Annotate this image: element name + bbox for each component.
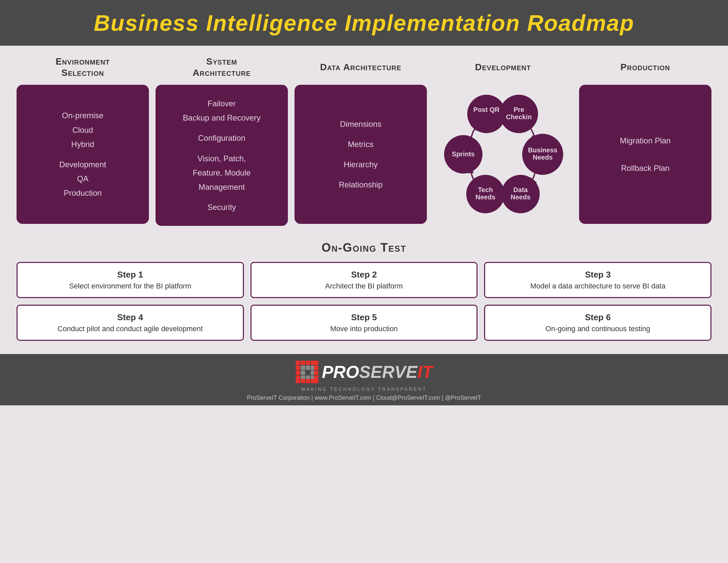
env-item-2: DevelopmentQAProduction bbox=[26, 157, 139, 200]
sys-item-1: FailoverBackup and Recovery bbox=[165, 96, 278, 125]
step-box-1: Step 1 Select environment for the BI pla… bbox=[17, 262, 244, 298]
step-1-desc: Select environment for the BI platform bbox=[26, 282, 235, 291]
ongoing-title: On-Going Test bbox=[17, 241, 711, 255]
card-prod: Migration Plan Rollback Plan bbox=[579, 85, 711, 224]
column-env-selection: EnvironmentSelection On-premiseCloudHybr… bbox=[17, 56, 149, 224]
step-box-4: Step 4 Conduct pilot and conduct agile d… bbox=[17, 305, 244, 341]
column-data-arch: Data Architecture Dimensions Metrics Hie… bbox=[295, 56, 427, 224]
dev-diagram: Pre Checkin Business Needs Data Needs Te… bbox=[433, 85, 572, 224]
step-2-desc: Architect the BI platform bbox=[260, 282, 469, 291]
svg-rect-41 bbox=[314, 379, 318, 383]
page-title: Business Intelligence Implementation Roa… bbox=[7, 10, 721, 36]
svg-text:Needs: Needs bbox=[476, 193, 495, 201]
step-6-title: Step 6 bbox=[493, 312, 702, 323]
svg-rect-37 bbox=[296, 379, 300, 383]
card-env: On-premiseCloudHybrid DevelopmentQAProdu… bbox=[17, 85, 149, 224]
step-2-title: Step 2 bbox=[260, 269, 469, 280]
step-box-3: Step 3 Model a data architecture to serv… bbox=[484, 262, 711, 298]
ongoing-section: On-Going Test Step 1 Select environment … bbox=[0, 241, 728, 354]
step-1-title: Step 1 bbox=[26, 269, 235, 280]
svg-rect-19 bbox=[306, 361, 310, 365]
header: Business Intelligence Implementation Roa… bbox=[0, 0, 728, 46]
footer-logo: PROSERVEIT bbox=[7, 360, 721, 384]
svg-text:Needs: Needs bbox=[533, 154, 553, 161]
prod-item-1: Migration Plan bbox=[589, 133, 702, 148]
step-3-title: Step 3 bbox=[493, 269, 702, 280]
env-item-1: On-premiseCloudHybrid bbox=[26, 108, 139, 151]
svg-rect-18 bbox=[301, 361, 305, 365]
step-6-desc: On-going and continuous testing bbox=[493, 325, 702, 333]
step-3-desc: Model a data architecture to serve BI da… bbox=[493, 282, 702, 291]
svg-point-15 bbox=[467, 95, 506, 133]
sys-item-3: Vision, Patch,Feature, ModuleManagement bbox=[165, 151, 278, 194]
svg-rect-39 bbox=[306, 379, 310, 383]
svg-rect-26 bbox=[314, 366, 318, 370]
sys-item-2: Configuration bbox=[165, 131, 278, 145]
card-data: Dimensions Metrics Hierarchy Relationshi… bbox=[295, 85, 427, 224]
svg-text:Data: Data bbox=[513, 186, 528, 193]
dev-diagram-svg: Pre Checkin Business Needs Data Needs Te… bbox=[433, 85, 572, 224]
columns-row: EnvironmentSelection On-premiseCloudHybr… bbox=[17, 56, 711, 226]
col-header-dev: Development bbox=[475, 56, 531, 79]
step-box-6: Step 6 On-going and continuous testing bbox=[484, 305, 711, 341]
svg-text:Tech: Tech bbox=[478, 186, 493, 193]
data-item-2: Metrics bbox=[304, 137, 417, 151]
svg-text:Needs: Needs bbox=[511, 193, 530, 201]
svg-rect-24 bbox=[306, 366, 310, 370]
logo-text: PROSERVEIT bbox=[322, 362, 432, 382]
svg-rect-17 bbox=[296, 361, 300, 365]
svg-text:Post QR: Post QR bbox=[474, 106, 500, 113]
step-box-2: Step 2 Architect the BI platform bbox=[250, 262, 478, 298]
data-item-1: Dimensions bbox=[304, 117, 417, 131]
svg-rect-23 bbox=[301, 366, 305, 370]
svg-rect-29 bbox=[306, 371, 310, 375]
step-4-desc: Conduct pilot and conduct agile developm… bbox=[26, 325, 235, 333]
column-production: Production Migration Plan Rollback Plan bbox=[579, 56, 711, 224]
main-content: EnvironmentSelection On-premiseCloudHybr… bbox=[0, 46, 728, 241]
svg-text:Checkin: Checkin bbox=[506, 113, 532, 120]
prod-item-2: Rollback Plan bbox=[589, 161, 702, 175]
col-header-data: Data Architecture bbox=[320, 56, 401, 79]
footer: PROSERVEIT MAKING TECHNOLOGY TRANSPARENT… bbox=[0, 354, 728, 405]
svg-rect-31 bbox=[314, 371, 318, 375]
steps-grid-row2: Step 4 Conduct pilot and conduct agile d… bbox=[17, 305, 711, 341]
step-5-desc: Move into production bbox=[260, 325, 469, 333]
column-sys-arch: SystemArchitecture FailoverBackup and Re… bbox=[156, 56, 288, 226]
svg-text:Pre: Pre bbox=[514, 106, 524, 113]
data-item-3: Hierarchy bbox=[304, 157, 417, 171]
col-header-sys: SystemArchitecture bbox=[193, 56, 251, 79]
step-box-5: Step 5 Move into production bbox=[250, 305, 478, 341]
footer-links: ProServeIT Corporation | www.ProServeIT.… bbox=[7, 395, 721, 401]
steps-grid-row1: Step 1 Select environment for the BI pla… bbox=[17, 262, 711, 298]
svg-rect-38 bbox=[301, 379, 305, 383]
data-item-4: Relationship bbox=[304, 177, 417, 192]
logo-grid-icon bbox=[295, 360, 319, 384]
column-development: Development bbox=[433, 56, 572, 224]
svg-text:Business: Business bbox=[528, 146, 558, 154]
svg-text:Sprints: Sprints bbox=[452, 150, 475, 158]
svg-rect-21 bbox=[314, 361, 318, 365]
col-header-env: EnvironmentSelection bbox=[56, 56, 110, 79]
svg-rect-28 bbox=[301, 371, 305, 375]
footer-tagline: MAKING TECHNOLOGY TRANSPARENT bbox=[7, 387, 721, 392]
col-header-prod: Production bbox=[620, 56, 670, 79]
sys-item-4: Security bbox=[165, 200, 278, 214]
svg-rect-22 bbox=[296, 366, 300, 370]
step-4-title: Step 4 bbox=[26, 312, 235, 323]
svg-rect-27 bbox=[296, 371, 300, 375]
card-sys: FailoverBackup and Recovery Configuratio… bbox=[156, 85, 288, 226]
step-5-title: Step 5 bbox=[260, 312, 469, 323]
